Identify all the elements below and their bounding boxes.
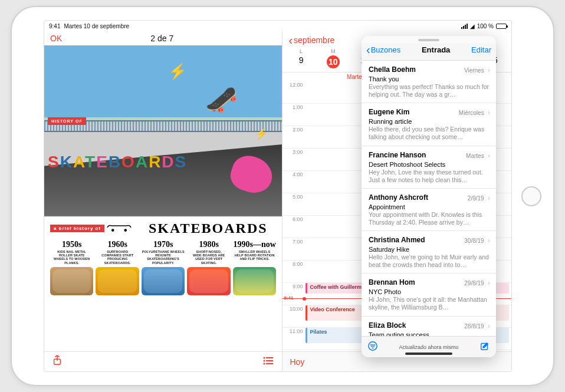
photos-app: OK 2 de 7 ⚡ ⚡ 🛹 HISTORY OF SKATEBO — [44, 31, 282, 371]
mail-nav: Buzones Entrada Editar — [362, 43, 496, 61]
battery-icon — [496, 24, 507, 29]
list-icon[interactable] — [263, 356, 274, 368]
mail-subject: Appointment — [369, 203, 490, 210]
photo-counter: 2 de 7 — [150, 34, 173, 43]
skateboard-icon — [106, 222, 133, 235]
now-time-label: 9:41 — [284, 295, 293, 301]
mail-item[interactable]: Francine HansonMartes ›Desert Photoshoot… — [362, 146, 496, 189]
mail-item[interactable]: Chella BoehmViernes ›Thank youEverything… — [362, 61, 496, 103]
today-button[interactable]: Hoy — [290, 357, 304, 367]
mail-subject: Saturday Hike — [369, 246, 490, 253]
mail-preview: Everything was perfect! Thanks so much f… — [369, 83, 490, 98]
compose-icon[interactable] — [479, 341, 490, 354]
calendar-back-button[interactable]: septiembre — [288, 35, 334, 45]
brief-history-banner: a brief history of — [50, 225, 104, 232]
mail-edit-button[interactable]: Editar — [471, 45, 491, 54]
chevron-right-icon: › — [486, 194, 490, 202]
mail-list[interactable]: Chella BoehmViernes ›Thank youEverything… — [362, 61, 496, 336]
svg-rect-4 — [266, 357, 273, 358]
chevron-right-icon: › — [486, 236, 490, 245]
chevron-right-icon: › — [486, 279, 490, 287]
mail-sender: Brennan Hom — [369, 278, 415, 286]
mail-preview: Hi John, This one's got it all: the Manh… — [369, 296, 490, 311]
photo-viewer[interactable]: ⚡ ⚡ 🛹 HISTORY OF SKATEBOARDS a brief his… — [44, 45, 282, 351]
svg-point-5 — [264, 360, 265, 361]
photo-top-half: ⚡ ⚡ 🛹 HISTORY OF SKATEBOARDS — [44, 45, 282, 217]
mail-date: 30/8/19 — [464, 238, 484, 244]
mail-subject: Desert Photoshoot Selects — [369, 161, 490, 168]
chevron-right-icon: › — [486, 151, 490, 160]
ok-button[interactable]: OK — [50, 34, 62, 43]
cellular-icon — [461, 24, 468, 29]
photo-bottom-half: a brief history of SKATEBOARDS 1950sKIDS… — [44, 217, 282, 351]
mail-item[interactable]: Eugene KimMiércoles ›Running articleHell… — [362, 103, 496, 146]
svg-point-3 — [264, 357, 265, 358]
skateboards-title: SKATEBOARDS — [48, 153, 187, 172]
mail-item[interactable]: Eliza Block28/8/19 ›Team outing successH… — [362, 317, 496, 337]
chevron-right-icon: › — [486, 322, 490, 330]
ipad-frame: 9:41 Martes 10 de septiembre ◢ 100 % OK … — [11, 6, 554, 386]
mail-subject: Team outing success — [369, 331, 490, 337]
chevron-right-icon: › — [486, 108, 490, 117]
chevron-right-icon: › — [486, 66, 490, 74]
mail-title: Entrada — [422, 45, 450, 54]
svg-point-1 — [124, 229, 127, 232]
photos-toolbar — [44, 351, 282, 371]
decades-row: 1950sKIDS NAIL METAL ROLLER SKATE WHEELS… — [50, 240, 276, 265]
boards-row — [50, 267, 276, 295]
mail-date: 2/9/19 — [468, 195, 484, 202]
svg-point-9 — [369, 341, 377, 350]
mail-subject: NYC Photo — [369, 288, 490, 295]
home-button[interactable] — [521, 186, 541, 206]
mail-item[interactable]: Brennan Hom29/8/19 ›NYC PhotoHi John, Th… — [362, 274, 496, 316]
mail-date: 29/8/19 — [464, 280, 484, 286]
statusbar-date: Martes 10 de septiembre — [64, 23, 129, 29]
skater-illustration: 🛹 — [200, 79, 243, 121]
mail-preview: Your appointment with Dr. Knowles is thi… — [369, 211, 490, 226]
svg-rect-6 — [266, 360, 273, 361]
mail-date: Miércoles — [459, 110, 484, 116]
share-icon[interactable] — [52, 355, 62, 368]
filter-icon[interactable] — [367, 341, 378, 354]
status-bar: 9:41 Martes 10 de septiembre ◢ 100 % — [44, 21, 511, 31]
mail-date: 28/8/19 — [464, 323, 484, 330]
history-banner: HISTORY OF — [48, 117, 86, 125]
mail-status: Actualizado ahora mismo — [399, 344, 458, 350]
home-indicator[interactable] — [405, 353, 452, 355]
mail-date: Martes — [466, 153, 484, 159]
mail-sender: Christina Ahmed — [369, 236, 425, 244]
mail-preview: Hello John, we're going to hit Muir earl… — [369, 253, 490, 269]
mail-preview: Hey John, Love the way these turned out.… — [369, 169, 490, 184]
mail-item[interactable]: Anthony Ashcroft2/9/19 ›AppointmentYour … — [362, 189, 496, 231]
svg-point-7 — [264, 363, 265, 364]
mail-preview: Hello there, did you see this? Enrique w… — [369, 126, 490, 141]
svg-point-0 — [111, 229, 114, 232]
skateboards-heading: SKATEBOARDS — [149, 220, 268, 236]
date-cell-today: 10 — [317, 54, 349, 70]
mail-sender: Anthony Ashcroft — [369, 193, 428, 202]
wifi-icon: ◢ — [470, 23, 475, 29]
date-cell: 9 — [285, 54, 317, 70]
mail-subject: Running article — [369, 118, 490, 125]
mail-slideover[interactable]: Buzones Entrada Editar Chella BoehmViern… — [362, 36, 496, 357]
mail-item[interactable]: Christina Ahmed30/8/19 ›Saturday HikeHel… — [362, 231, 496, 274]
battery-pct: 100 % — [477, 23, 494, 29]
mail-subject: Thank you — [369, 75, 490, 83]
screen: 9:41 Martes 10 de septiembre ◢ 100 % OK … — [44, 20, 512, 372]
statusbar-time: 9:41 — [49, 23, 60, 29]
mail-date: Viernes — [464, 67, 484, 74]
mail-sender: Eliza Block — [369, 321, 406, 330]
mail-sender: Francine Hanson — [369, 151, 426, 159]
mail-sender: Eugene Kim — [369, 108, 409, 116]
svg-rect-8 — [266, 363, 273, 364]
mail-back-button[interactable]: Buzones — [366, 43, 400, 57]
slideover-grabber[interactable] — [418, 39, 439, 41]
photos-nav: OK 2 de 7 — [44, 31, 282, 45]
mail-sender: Chella Boehm — [369, 65, 416, 74]
